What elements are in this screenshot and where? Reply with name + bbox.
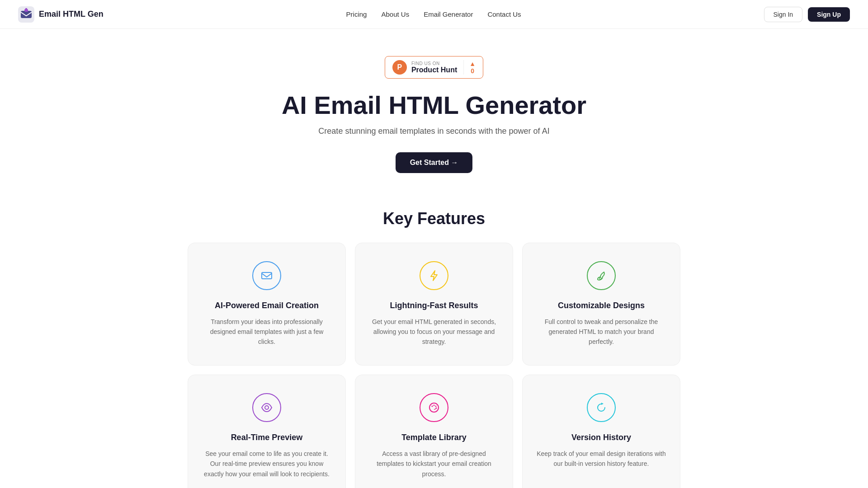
feature-card-ai-email: AI-Powered Email Creation Transform your…	[188, 243, 346, 366]
palette-icon-wrap	[420, 393, 448, 422]
feature-5-desc: Access a vast library of pre-designed te…	[369, 449, 499, 479]
hero-section: P FIND US ON Product Hunt ▲ 0 AI Email H…	[0, 29, 868, 191]
get-started-button[interactable]: Get Started →	[396, 152, 473, 173]
nav-generator[interactable]: Email Generator	[424, 10, 473, 18]
navbar: Email HTML Gen Pricing About Us Email Ge…	[0, 0, 868, 29]
svg-point-8	[432, 405, 433, 407]
feature-card-customizable: Customizable Designs Full control to twe…	[522, 243, 680, 366]
features-title: Key Features	[0, 209, 868, 228]
ph-count: 0	[471, 67, 474, 75]
svg-point-10	[435, 405, 437, 407]
nav-about[interactable]: About Us	[381, 10, 409, 18]
brush-icon-wrap	[587, 261, 616, 290]
svg-rect-4	[262, 272, 272, 279]
feature-card-version: Version History Keep track of your email…	[522, 375, 680, 488]
svg-point-5	[599, 277, 601, 279]
logo-icon	[18, 6, 34, 23]
ph-find-label: FIND US ON	[411, 61, 440, 66]
nav-pricing[interactable]: Pricing	[346, 10, 367, 18]
feature-1-desc: Transform your ideas into professionally…	[202, 317, 332, 347]
eye-icon	[260, 401, 273, 414]
feature-2-desc: Get your email HTML generated in seconds…	[369, 317, 499, 347]
nav-links: Pricing About Us Email Generator Contact…	[346, 10, 521, 18]
feature-6-title: Version History	[536, 433, 666, 442]
mail-icon	[260, 269, 273, 282]
zap-icon	[428, 269, 440, 282]
lightning-icon-wrap	[420, 261, 448, 290]
feature-card-preview: Real-Time Preview See your email come to…	[188, 375, 346, 488]
refresh-icon	[595, 401, 608, 414]
brush-icon	[595, 269, 608, 282]
nav-actions: Sign In Sign Up	[764, 7, 850, 22]
ph-vote: ▲ 0	[463, 60, 476, 75]
feature-card-library: Template Library Access a vast library o…	[355, 375, 513, 488]
ph-arrow-icon: ▲	[469, 60, 476, 67]
feature-4-desc: See your email come to life as you creat…	[202, 449, 332, 479]
eye-icon-wrap	[252, 393, 281, 422]
ai-email-icon-wrap	[252, 261, 281, 290]
feature-3-title: Customizable Designs	[536, 301, 666, 310]
feature-5-title: Template Library	[369, 433, 499, 442]
feature-3-desc: Full control to tweak and personalize th…	[536, 317, 666, 347]
feature-card-lightning: Lightning-Fast Results Get your email HT…	[355, 243, 513, 366]
svg-rect-3	[25, 8, 27, 10]
svg-rect-1	[21, 11, 32, 18]
feature-4-title: Real-Time Preview	[202, 433, 332, 442]
refresh-icon-wrap	[587, 393, 616, 422]
svg-point-7	[429, 403, 439, 412]
signup-button[interactable]: Sign Up	[808, 7, 850, 22]
ph-text: FIND US ON Product Hunt	[411, 61, 457, 74]
svg-point-9	[434, 404, 435, 406]
feature-1-title: AI-Powered Email Creation	[202, 301, 332, 310]
signin-button[interactable]: Sign In	[764, 7, 803, 22]
brand-logo[interactable]: Email HTML Gen	[18, 6, 104, 23]
svg-point-6	[265, 406, 269, 409]
product-hunt-badge[interactable]: P FIND US ON Product Hunt ▲ 0	[385, 56, 483, 79]
palette-icon	[428, 401, 440, 414]
nav-contact[interactable]: Contact Us	[487, 10, 521, 18]
feature-2-title: Lightning-Fast Results	[369, 301, 499, 310]
feature-6-desc: Keep track of your email design iteratio…	[536, 449, 666, 469]
hero-title: AI Email HTML Generator	[9, 91, 859, 119]
ph-name-label: Product Hunt	[411, 66, 457, 74]
features-grid: AI-Powered Email Creation Transform your…	[174, 243, 694, 488]
hero-subtitle: Create stunning email templates in secon…	[9, 127, 859, 136]
brand-name: Email HTML Gen	[39, 9, 104, 19]
ph-logo-icon: P	[392, 60, 407, 75]
